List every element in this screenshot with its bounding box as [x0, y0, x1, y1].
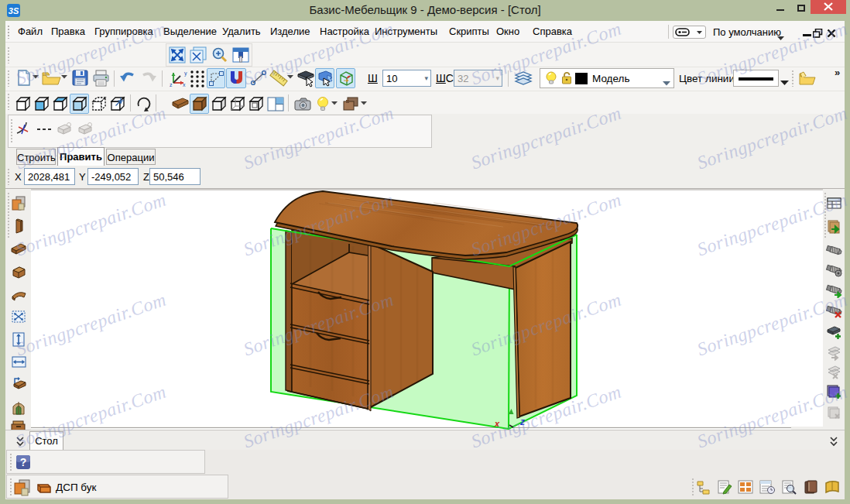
- svg-text:z: z: [519, 417, 525, 427]
- svg-text:x: x: [183, 82, 186, 87]
- svg-text:?: ?: [20, 456, 27, 468]
- svg-text:x: x: [494, 419, 500, 428]
- svg-text:y: y: [184, 70, 187, 77]
- svg-text:z: z: [170, 82, 173, 87]
